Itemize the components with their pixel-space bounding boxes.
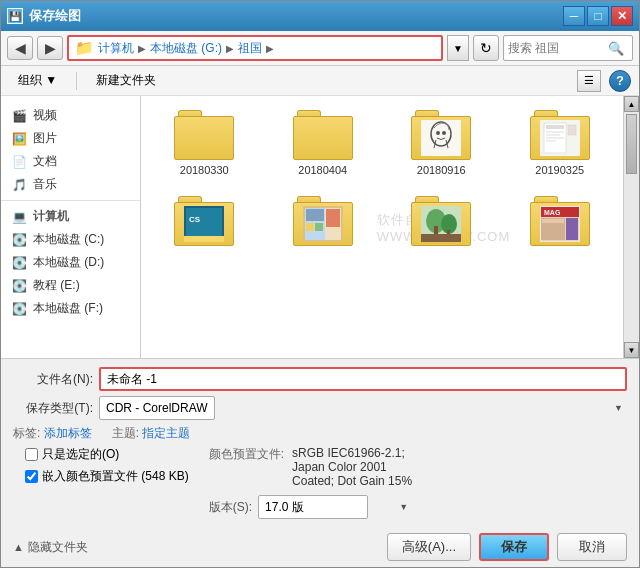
svg-rect-30 (421, 234, 461, 242)
breadcrumb-computer[interactable]: 计算机 (98, 40, 134, 57)
sidebar-item-drive-d[interactable]: 💽 本地磁盘 (D:) (1, 251, 140, 274)
filetype-row: 保存类型(T): CDR - CorelDRAW ▼ (13, 396, 627, 420)
embed-color-label: 嵌入颜色预置文件 (548 KB) (42, 468, 189, 485)
folder-icon-large (174, 110, 234, 160)
sidebar-item-computer[interactable]: 💻 计算机 (1, 205, 140, 228)
folder-icon-large (411, 196, 471, 246)
color-preset-label: 颜色预置文件: (209, 446, 284, 463)
svg-rect-0 (421, 120, 461, 156)
svg-rect-21 (306, 209, 324, 221)
computer-icon: 💻 (11, 209, 27, 225)
back-button[interactable]: ◀ (7, 36, 33, 60)
file-item[interactable]: 20180916 (386, 104, 497, 182)
file-grid: 20180330 20180404 (141, 96, 623, 358)
sidebar-item-drive-c[interactable]: 💽 本地磁盘 (C:) (1, 228, 140, 251)
forward-button[interactable]: ▶ (37, 36, 63, 60)
folder-content (411, 116, 471, 160)
minimize-button[interactable]: ─ (563, 6, 585, 26)
folder-icon: 📁 (75, 39, 94, 57)
drive-icon: 💽 (11, 232, 27, 248)
refresh-button[interactable]: ↻ (473, 35, 499, 61)
folder-icon-large: CS (174, 196, 234, 246)
embed-color-checkbox[interactable] (25, 470, 38, 483)
sidebar-item-drive-e[interactable]: 💽 教程 (E:) (1, 274, 140, 297)
sidebar-item-document[interactable]: 📄 文档 (1, 150, 140, 173)
sidebar-item-video[interactable]: 🎬 视频 (1, 104, 140, 127)
file-item[interactable] (268, 190, 379, 256)
picture-icon: 🖼️ (11, 131, 27, 147)
tag-label: 标签: (13, 426, 40, 440)
file-item[interactable]: CS (149, 190, 260, 256)
hide-folder-arrow[interactable]: ▲ (13, 541, 24, 553)
close-button[interactable]: ✕ (611, 6, 633, 26)
search-box: 🔍 (503, 35, 633, 61)
save-button[interactable]: 保存 (479, 533, 549, 561)
quick-access-section: 🎬 视频 🖼️ 图片 📄 文档 🎵 音乐 (1, 104, 140, 196)
file-label: 20190325 (535, 164, 584, 176)
main-content: 🎬 视频 🖼️ 图片 📄 文档 🎵 音乐 💻 计算 (1, 96, 639, 358)
help-button[interactable]: ? (609, 70, 631, 92)
svg-point-4 (436, 131, 440, 135)
cancel-button[interactable]: 取消 (557, 533, 627, 561)
breadcrumb-folder[interactable]: 祖国 (238, 40, 262, 57)
maximize-button[interactable]: □ (587, 6, 609, 26)
file-item[interactable]: 20180404 (268, 104, 379, 182)
sidebar-item-picture[interactable]: 🖼️ 图片 (1, 127, 140, 150)
tag-link[interactable]: 添加标签 (44, 426, 92, 440)
filename-input[interactable] (99, 367, 627, 391)
filetype-dropdown[interactable]: CDR - CorelDRAW (99, 396, 215, 420)
color-preset-value: sRGB IEC61966-2.1;Japan Color 2001Coated… (292, 446, 412, 488)
sidebar-item-drive-f[interactable]: 💽 本地磁盘 (F:) (1, 297, 140, 320)
filetype-label: 保存类型(T): (13, 400, 93, 417)
address-dropdown[interactable]: ▼ (447, 35, 469, 61)
only-selected-checkbox[interactable] (25, 448, 38, 461)
scroll-up-button[interactable]: ▲ (624, 96, 639, 112)
scroll-track (624, 112, 639, 342)
sidebar-divider (1, 200, 140, 201)
window-controls: ─ □ ✕ (563, 6, 633, 26)
bottom-form: 文件名(N): 保存类型(T): CDR - CorelDRAW ▼ 标签: 添… (1, 358, 639, 527)
file-item[interactable]: 20180330 (149, 104, 260, 182)
file-item[interactable] (386, 190, 497, 256)
address-bar: ◀ ▶ 📁 计算机 ▶ 本地磁盘 (G:) ▶ 祖国 ▶ ▼ ↻ 🔍 (1, 31, 639, 66)
sidebar-item-music[interactable]: 🎵 音乐 (1, 173, 140, 196)
scroll-down-button[interactable]: ▼ (624, 342, 639, 358)
save-dialog: 💾 保存绘图 ─ □ ✕ ◀ ▶ 📁 计算机 ▶ 本地磁盘 (G:) ▶ 祖国 … (0, 0, 640, 568)
buttons-row: ▲ 隐藏文件夹 高级(A)... 保存 取消 (1, 527, 639, 567)
drive-icon: 💽 (11, 278, 27, 294)
svg-rect-11 (546, 137, 564, 139)
drive-icon: 💽 (11, 301, 27, 317)
filename-row: 文件名(N): (13, 367, 627, 391)
view-icon[interactable]: ☰ (577, 70, 601, 92)
svg-rect-9 (546, 131, 564, 133)
search-input[interactable] (508, 41, 608, 55)
folder-content: CS (174, 202, 234, 246)
toolbar: 组织 ▼ 新建文件夹 ☰ ? (1, 66, 639, 96)
extra-section: 只是选定的(O) 嵌入颜色预置文件 (548 KB) 颜色预置文件: sRGB … (13, 442, 627, 519)
svg-text:CS: CS (189, 215, 201, 224)
version-dropdown-arrow-icon: ▼ (399, 502, 408, 512)
file-item[interactable]: 20190325 (505, 104, 616, 182)
version-dropdown[interactable]: 17.0 版 (258, 495, 368, 519)
scrollbar[interactable]: ▲ ▼ (623, 96, 639, 358)
folder-icon-large (411, 110, 471, 160)
embed-color-row: 嵌入颜色预置文件 (548 KB) (25, 468, 189, 485)
search-icon[interactable]: 🔍 (608, 41, 624, 56)
video-icon: 🎬 (11, 108, 27, 124)
advanced-button[interactable]: 高级(A)... (387, 533, 471, 561)
folder-icon-large (293, 110, 353, 160)
new-folder-button[interactable]: 新建文件夹 (87, 69, 165, 92)
file-label: 20180916 (417, 164, 466, 176)
svg-rect-8 (546, 125, 564, 129)
organize-button[interactable]: 组织 ▼ (9, 69, 66, 92)
file-item[interactable]: MAG (505, 190, 616, 256)
theme-value[interactable]: 指定主题 (142, 426, 190, 440)
scroll-thumb[interactable] (626, 114, 637, 174)
breadcrumb-drive[interactable]: 本地磁盘 (G:) (150, 40, 222, 57)
svg-rect-35 (566, 218, 578, 240)
hide-folder-button[interactable]: 隐藏文件夹 (28, 539, 88, 556)
svg-rect-10 (546, 134, 560, 136)
meta-row: 标签: 添加标签 主题: 指定主题 (13, 425, 627, 442)
dialog-icon: 💾 (7, 8, 23, 24)
separator (76, 72, 77, 90)
